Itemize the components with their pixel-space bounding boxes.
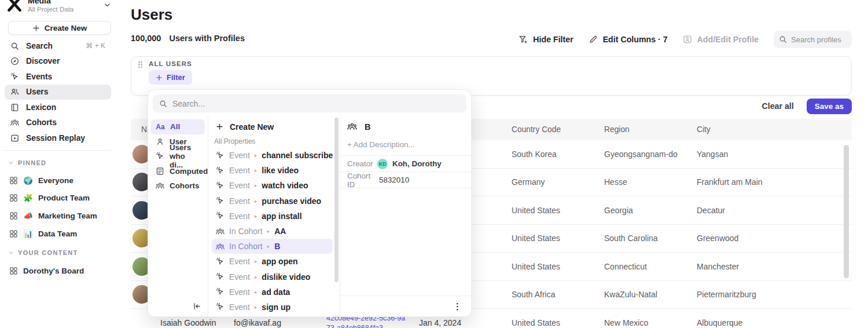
event-icon	[216, 212, 225, 220]
table-scrollbar[interactable]	[844, 145, 849, 278]
sidebar-item-lexicon[interactable]: Lexicon	[5, 100, 111, 115]
event-icon	[10, 72, 19, 81]
event-icon	[216, 303, 225, 311]
workspace-switcher[interactable]: Media All Project Data	[7, 0, 111, 13]
your-content-section-header[interactable]: YOUR CONTENT	[8, 249, 78, 256]
filter-property-dropdown: Aa All User Users who di... Computed	[148, 89, 472, 317]
workspace-name: Media	[28, 0, 73, 5]
page-title: Users	[131, 6, 172, 24]
sidebar: Media All Project Data Create New Search…	[0, 0, 116, 328]
sidebar-item-cohorts[interactable]: Cohorts	[5, 115, 111, 131]
cell-city: Pietermaritzburg	[685, 290, 852, 299]
cell-region: Connecticut	[593, 262, 685, 271]
category-all[interactable]: Aa All	[151, 119, 205, 134]
property-event-app-open[interactable]: Event▸app open	[212, 254, 333, 269]
board-grid-icon	[9, 229, 18, 238]
cohort-icon	[347, 122, 357, 132]
sidebar-board-product-team[interactable]: 🧩 Product Team	[5, 189, 111, 207]
add-filter-button[interactable]: Filter	[149, 70, 192, 85]
chevron-down-icon	[8, 250, 14, 256]
plus-icon	[216, 123, 223, 130]
category-users-who-did[interactable]: Users who di...	[151, 149, 205, 164]
cell-city: Greenwood	[685, 234, 852, 243]
sidebar-board-dorothys-board[interactable]: Dorothy's Board	[5, 262, 111, 280]
sidebar-item-events[interactable]: Events	[5, 69, 111, 85]
property-in-cohort-aa[interactable]: In Cohort▸AA	[212, 224, 333, 239]
create-new-button[interactable]: Create New	[8, 21, 111, 35]
cell-country: United States	[500, 318, 593, 327]
cell-region: Gyeongsangnam-do	[593, 150, 685, 159]
property-event-like-video[interactable]: Event▸like video	[212, 163, 333, 178]
board-emoji: 📣	[23, 212, 33, 220]
user-count-label: Users with Profiles	[169, 34, 245, 43]
property-event-watch-video[interactable]: Event▸watch video	[212, 178, 333, 193]
property-in-cohort-b[interactable]: In Cohort▸B	[212, 239, 333, 254]
cell-country: South Korea	[500, 150, 593, 159]
column-header-region[interactable]: Region	[593, 125, 685, 134]
event-icon	[216, 196, 225, 205]
add-edit-profile-button[interactable]: Add/Edit Profile	[683, 35, 759, 44]
user-count: 100,000	[131, 34, 161, 43]
save-as-button[interactable]: Save as	[807, 99, 852, 114]
compass-icon	[10, 57, 19, 65]
collapse-panel-icon[interactable]	[193, 302, 201, 311]
app-root: Media All Project Data Create New Search…	[0, 0, 868, 328]
sidebar-item-search[interactable]: Search ⌘ + K	[5, 38, 111, 54]
cell-city: Albuquerque	[685, 318, 852, 327]
person-icon	[156, 137, 164, 146]
profile-badge-icon	[683, 35, 692, 44]
cell-region: KwaZulu-Natal	[593, 290, 685, 299]
more-options-icon[interactable]: ⋮	[453, 302, 462, 311]
search-profiles-input[interactable]	[791, 35, 849, 44]
property-event-dislike-video[interactable]: Event▸dislike video	[212, 269, 333, 285]
cell-region: New Mexico	[593, 318, 685, 327]
book-icon	[10, 103, 19, 112]
clear-all-button[interactable]: Clear all	[762, 101, 793, 111]
property-event-app-install[interactable]: Event▸app install	[212, 209, 333, 224]
dropdown-search-input[interactable]	[172, 99, 460, 108]
sidebar-board-everyone[interactable]: 🌍 Everyone	[5, 172, 111, 189]
dropdown-scrollbar[interactable]	[334, 118, 339, 282]
add-description-button[interactable]: + Add Description...	[340, 136, 471, 156]
cell-region: Georgia	[593, 206, 685, 215]
category-cohorts[interactable]: Cohorts	[151, 178, 205, 194]
sidebar-item-session-replay[interactable]: Session Replay	[5, 130, 111, 146]
search-icon	[779, 35, 787, 43]
drag-handle-icon[interactable]	[138, 61, 143, 68]
cohort-icon	[156, 181, 164, 190]
cell-country: United States	[500, 206, 593, 215]
dropdown-categories: Aa All User Users who di... Computed	[148, 116, 208, 316]
chevron-down-icon	[8, 160, 14, 166]
event-icon	[156, 152, 164, 161]
cell-region: South Carolina	[593, 234, 685, 243]
search-profiles-box	[774, 31, 852, 48]
chevron-down-icon[interactable]	[104, 1, 111, 9]
sidebar-item-users[interactable]: Users	[5, 85, 111, 100]
sidebar-board-marketing-team[interactable]: 📣 Marketing Team	[5, 207, 111, 225]
column-header-city[interactable]: City	[685, 125, 852, 134]
cell-city: Decatur	[685, 206, 852, 215]
edit-columns-button[interactable]: Edit Columns · 7	[589, 35, 668, 44]
cell-country: United States	[500, 234, 593, 243]
property-event-ad-data[interactable]: Event▸ad data	[212, 285, 333, 300]
sidebar-item-discover[interactable]: Discover	[5, 54, 111, 70]
pinned-section-header[interactable]: PINNED	[8, 159, 46, 166]
plus-icon	[156, 74, 163, 81]
event-icon	[216, 257, 225, 266]
search-shortcut: ⌘ + K	[86, 42, 105, 50]
column-header-country-code[interactable]: Country Code	[500, 125, 593, 134]
pinned-boards-list: 🌍 Everyone 🧩 Product Team 📣 Marketing Te…	[5, 172, 111, 242]
property-event-purchase-video[interactable]: Event▸purchase video	[212, 194, 333, 209]
search-icon	[10, 42, 19, 50]
board-grid-icon	[9, 267, 18, 275]
plus-icon	[32, 24, 40, 32]
property-event-sign-up[interactable]: Event▸sign up	[212, 300, 333, 315]
dropdown-create-new[interactable]: Create New	[212, 119, 333, 134]
board-grid-icon	[9, 194, 18, 202]
sidebar-board-data-team[interactable]: 📊 Data Team	[5, 225, 111, 243]
creator-row: Creator KD Koh, Dorothy	[340, 156, 471, 172]
cohort-id-row: Cohort ID 5832010	[340, 172, 471, 188]
create-new-label: Create New	[45, 24, 87, 32]
hide-filter-button[interactable]: Hide Filter	[518, 35, 573, 44]
property-event-channel-subscribe[interactable]: Event▸channel subscribe	[212, 148, 333, 163]
